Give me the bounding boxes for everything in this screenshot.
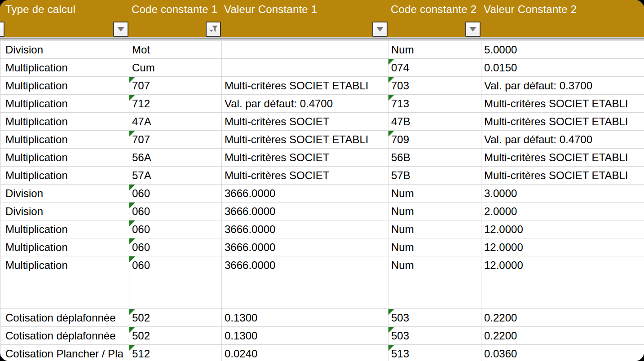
cell[interactable]: 060: [129, 256, 222, 308]
cell[interactable]: Division: [0, 41, 129, 58]
cell[interactable]: 2.0000: [481, 203, 644, 220]
cell-text: Num: [391, 223, 414, 235]
cell[interactable]: Multi-critères SOCIET ETABLI: [481, 167, 644, 184]
cell[interactable]: Cotisation déplafonnée: [0, 327, 129, 344]
cell[interactable]: Multiplication: [0, 220, 129, 238]
cell-text: 0.2200: [484, 330, 517, 342]
cell[interactable]: 712: [129, 95, 222, 112]
cell[interactable]: Multiplication: [0, 95, 129, 112]
cell[interactable]: 47B: [388, 113, 481, 130]
cell[interactable]: 513: [388, 345, 481, 361]
cell[interactable]: 060: [129, 238, 222, 256]
filter-dropdown-button-col4[interactable]: [465, 22, 481, 37]
filter-dropdown-button-offscreen[interactable]: [0, 22, 4, 37]
cell[interactable]: [222, 41, 388, 58]
cell[interactable]: 707: [129, 131, 222, 148]
cell[interactable]: 0.2200: [481, 327, 644, 344]
cell[interactable]: Multi-critères SOCIET ETABLI: [481, 149, 644, 166]
cell[interactable]: 57A: [129, 167, 222, 184]
cell[interactable]: Cum: [129, 59, 222, 76]
cell[interactable]: 503: [388, 309, 481, 326]
cell[interactable]: Multi-critères SOCIET: [222, 149, 388, 166]
cell[interactable]: 0.0150: [481, 59, 644, 76]
cell[interactable]: 12.0000: [481, 256, 644, 308]
cell[interactable]: Num: [388, 220, 481, 238]
cell[interactable]: Val. par défaut: 0.4700: [222, 95, 388, 112]
cell[interactable]: 0.1300: [222, 327, 388, 344]
cell[interactable]: Multiplication: [0, 113, 129, 130]
cell[interactable]: Division: [0, 185, 129, 202]
cell[interactable]: 57B: [388, 167, 481, 184]
cell[interactable]: 3666.0000: [222, 220, 388, 238]
cell[interactable]: Multiplication: [0, 59, 129, 76]
cell[interactable]: 5.0000: [481, 41, 644, 58]
filter-dropdown-button-col3[interactable]: [372, 22, 388, 37]
cell[interactable]: Multiplication: [0, 149, 129, 166]
table-row: MultiplicationCum0740.0150: [0, 59, 644, 77]
cell[interactable]: Num: [388, 203, 481, 220]
cell[interactable]: 0.0360: [481, 345, 644, 361]
cell-text: 3666.0000: [225, 205, 275, 217]
cell[interactable]: 3666.0000: [222, 185, 388, 202]
cell[interactable]: Multi-critères SOCIET: [222, 113, 388, 130]
cell[interactable]: Cotisation Plancher / Pla: [0, 345, 129, 361]
cell[interactable]: 3666.0000: [222, 203, 388, 220]
cell-text: Multiplication: [5, 151, 68, 163]
table-row: Multiplication707Multi-critères SOCIET E…: [0, 131, 644, 149]
cell[interactable]: 47A: [129, 113, 222, 130]
cell[interactable]: 0.1300: [222, 309, 388, 326]
column-header-4[interactable]: Code constante 2: [391, 3, 476, 16]
cell[interactable]: 060: [129, 203, 222, 220]
cell[interactable]: 12.0000: [481, 220, 644, 238]
cell[interactable]: Num: [388, 256, 481, 308]
cell[interactable]: 3666.0000: [222, 238, 388, 256]
cell[interactable]: 502: [129, 309, 222, 326]
column-header-5[interactable]: Valeur Constante 2: [484, 3, 577, 16]
table-row: Multiplication57AMulti-critères SOCIET57…: [0, 167, 644, 185]
column-header-3[interactable]: Valeur Constante 1: [224, 3, 317, 16]
cell[interactable]: 713: [388, 95, 481, 112]
cell[interactable]: 3666.0000: [222, 256, 388, 308]
cell[interactable]: [222, 59, 388, 76]
cell[interactable]: 707: [129, 77, 222, 94]
cell[interactable]: Num: [388, 185, 481, 202]
cell[interactable]: Multiplication: [0, 77, 129, 94]
cell[interactable]: 3.0000: [481, 185, 644, 202]
cell[interactable]: Multiplication: [0, 167, 129, 184]
filter-applied-button-col2[interactable]: [206, 22, 221, 37]
filter-dropdown-button-col1[interactable]: [113, 22, 128, 37]
cell[interactable]: Num: [388, 238, 481, 256]
cell[interactable]: Multiplication: [0, 131, 129, 148]
column-header-2[interactable]: Code constante 1: [132, 3, 217, 16]
cell[interactable]: 709: [388, 131, 481, 148]
cell[interactable]: Multi-critères SOCIET ETABLI: [481, 95, 644, 112]
cell-text: Multi-critères SOCIET ETABLI: [484, 97, 628, 110]
cell[interactable]: 12.0000: [481, 238, 644, 256]
cell[interactable]: Multi-critères SOCIET ETABLI: [481, 113, 644, 130]
cell-text: 0.0240: [225, 348, 257, 360]
cell[interactable]: 502: [129, 327, 222, 344]
cell[interactable]: 0.2200: [481, 309, 644, 326]
cell[interactable]: Val. par défaut: 0.4700: [481, 131, 644, 148]
cell[interactable]: 56A: [129, 149, 222, 166]
cell[interactable]: Multi-critères SOCIET ETABLI: [222, 131, 388, 148]
cell[interactable]: 074: [388, 59, 481, 76]
cell[interactable]: Mot: [129, 41, 222, 58]
cell[interactable]: Num: [388, 41, 481, 58]
cell[interactable]: Val. par défaut: 0.3700: [481, 77, 644, 94]
cell[interactable]: 503: [388, 327, 481, 344]
column-header-1[interactable]: Type de calcul: [5, 3, 75, 16]
cell[interactable]: 512: [129, 345, 222, 361]
cell[interactable]: 060: [129, 185, 222, 202]
cell[interactable]: Multiplication: [0, 256, 129, 308]
cell[interactable]: Multi-critères SOCIET: [222, 167, 388, 184]
cell[interactable]: Division: [0, 203, 129, 220]
cell[interactable]: 0.0240: [222, 345, 388, 361]
error-indicator-icon: [129, 95, 135, 101]
cell[interactable]: Multi-critères SOCIET ETABLI: [222, 77, 388, 94]
cell[interactable]: 56B: [388, 149, 481, 166]
cell[interactable]: Cotisation déplafonnée: [0, 309, 129, 326]
cell[interactable]: Multiplication: [0, 238, 129, 256]
cell[interactable]: 703: [388, 77, 481, 94]
cell[interactable]: 060: [129, 220, 222, 238]
